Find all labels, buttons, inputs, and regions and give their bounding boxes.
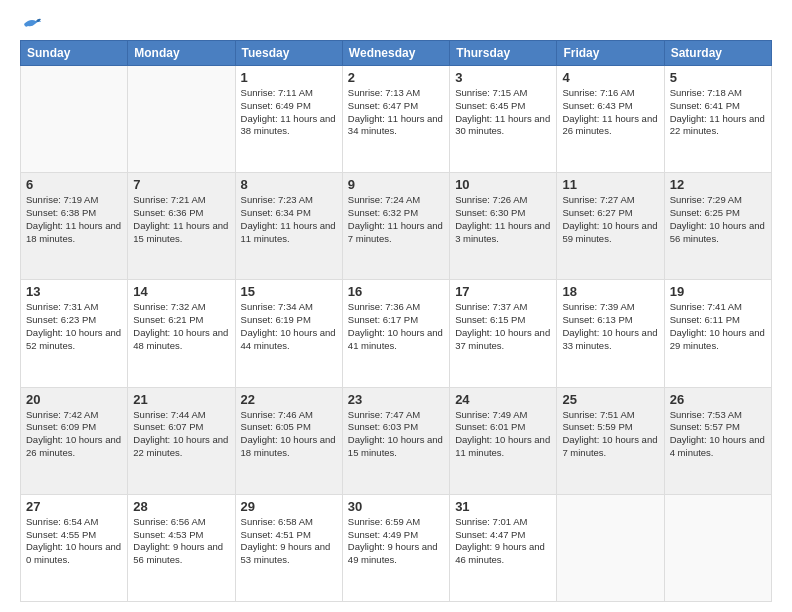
calendar-cell: 19Sunrise: 7:41 AM Sunset: 6:11 PM Dayli…: [664, 280, 771, 387]
day-info: Sunrise: 7:42 AM Sunset: 6:09 PM Dayligh…: [26, 409, 122, 460]
calendar-cell: 9Sunrise: 7:24 AM Sunset: 6:32 PM Daylig…: [342, 173, 449, 280]
day-number: 21: [133, 392, 229, 407]
day-info: Sunrise: 7:46 AM Sunset: 6:05 PM Dayligh…: [241, 409, 337, 460]
calendar-cell: 29Sunrise: 6:58 AM Sunset: 4:51 PM Dayli…: [235, 494, 342, 601]
day-info: Sunrise: 7:31 AM Sunset: 6:23 PM Dayligh…: [26, 301, 122, 352]
day-info: Sunrise: 7:49 AM Sunset: 6:01 PM Dayligh…: [455, 409, 551, 460]
week-row-3: 20Sunrise: 7:42 AM Sunset: 6:09 PM Dayli…: [21, 387, 772, 494]
day-number: 16: [348, 284, 444, 299]
calendar-table: SundayMondayTuesdayWednesdayThursdayFrid…: [20, 40, 772, 602]
logo-bird-icon: [22, 16, 42, 32]
day-number: 25: [562, 392, 658, 407]
day-number: 5: [670, 70, 766, 85]
calendar-cell: 18Sunrise: 7:39 AM Sunset: 6:13 PM Dayli…: [557, 280, 664, 387]
calendar-cell: 20Sunrise: 7:42 AM Sunset: 6:09 PM Dayli…: [21, 387, 128, 494]
weekday-header-tuesday: Tuesday: [235, 41, 342, 66]
day-number: 9: [348, 177, 444, 192]
weekday-header-wednesday: Wednesday: [342, 41, 449, 66]
calendar-cell: [664, 494, 771, 601]
day-number: 27: [26, 499, 122, 514]
calendar-cell: 16Sunrise: 7:36 AM Sunset: 6:17 PM Dayli…: [342, 280, 449, 387]
day-number: 11: [562, 177, 658, 192]
day-info: Sunrise: 7:18 AM Sunset: 6:41 PM Dayligh…: [670, 87, 766, 138]
day-info: Sunrise: 6:54 AM Sunset: 4:55 PM Dayligh…: [26, 516, 122, 567]
calendar-cell: 8Sunrise: 7:23 AM Sunset: 6:34 PM Daylig…: [235, 173, 342, 280]
day-info: Sunrise: 7:13 AM Sunset: 6:47 PM Dayligh…: [348, 87, 444, 138]
calendar-cell: 25Sunrise: 7:51 AM Sunset: 5:59 PM Dayli…: [557, 387, 664, 494]
day-info: Sunrise: 7:44 AM Sunset: 6:07 PM Dayligh…: [133, 409, 229, 460]
logo: [20, 16, 42, 32]
calendar-cell: 1Sunrise: 7:11 AM Sunset: 6:49 PM Daylig…: [235, 66, 342, 173]
calendar-cell: 13Sunrise: 7:31 AM Sunset: 6:23 PM Dayli…: [21, 280, 128, 387]
day-number: 30: [348, 499, 444, 514]
day-info: Sunrise: 7:41 AM Sunset: 6:11 PM Dayligh…: [670, 301, 766, 352]
week-row-2: 13Sunrise: 7:31 AM Sunset: 6:23 PM Dayli…: [21, 280, 772, 387]
weekday-header-thursday: Thursday: [450, 41, 557, 66]
day-info: Sunrise: 6:56 AM Sunset: 4:53 PM Dayligh…: [133, 516, 229, 567]
day-number: 26: [670, 392, 766, 407]
day-info: Sunrise: 7:01 AM Sunset: 4:47 PM Dayligh…: [455, 516, 551, 567]
weekday-header-sunday: Sunday: [21, 41, 128, 66]
calendar-cell: 3Sunrise: 7:15 AM Sunset: 6:45 PM Daylig…: [450, 66, 557, 173]
calendar-cell: 6Sunrise: 7:19 AM Sunset: 6:38 PM Daylig…: [21, 173, 128, 280]
calendar-page: SundayMondayTuesdayWednesdayThursdayFrid…: [0, 0, 792, 612]
calendar-cell: 17Sunrise: 7:37 AM Sunset: 6:15 PM Dayli…: [450, 280, 557, 387]
day-info: Sunrise: 7:23 AM Sunset: 6:34 PM Dayligh…: [241, 194, 337, 245]
day-number: 2: [348, 70, 444, 85]
calendar-cell: 30Sunrise: 6:59 AM Sunset: 4:49 PM Dayli…: [342, 494, 449, 601]
calendar-cell: 21Sunrise: 7:44 AM Sunset: 6:07 PM Dayli…: [128, 387, 235, 494]
day-info: Sunrise: 7:51 AM Sunset: 5:59 PM Dayligh…: [562, 409, 658, 460]
calendar-cell: 27Sunrise: 6:54 AM Sunset: 4:55 PM Dayli…: [21, 494, 128, 601]
week-row-4: 27Sunrise: 6:54 AM Sunset: 4:55 PM Dayli…: [21, 494, 772, 601]
day-info: Sunrise: 7:39 AM Sunset: 6:13 PM Dayligh…: [562, 301, 658, 352]
day-info: Sunrise: 7:34 AM Sunset: 6:19 PM Dayligh…: [241, 301, 337, 352]
calendar-cell: 11Sunrise: 7:27 AM Sunset: 6:27 PM Dayli…: [557, 173, 664, 280]
day-number: 3: [455, 70, 551, 85]
calendar-cell: 10Sunrise: 7:26 AM Sunset: 6:30 PM Dayli…: [450, 173, 557, 280]
day-info: Sunrise: 7:24 AM Sunset: 6:32 PM Dayligh…: [348, 194, 444, 245]
calendar-cell: [128, 66, 235, 173]
day-number: 23: [348, 392, 444, 407]
calendar-cell: 31Sunrise: 7:01 AM Sunset: 4:47 PM Dayli…: [450, 494, 557, 601]
calendar-cell: 28Sunrise: 6:56 AM Sunset: 4:53 PM Dayli…: [128, 494, 235, 601]
day-number: 4: [562, 70, 658, 85]
calendar-cell: 12Sunrise: 7:29 AM Sunset: 6:25 PM Dayli…: [664, 173, 771, 280]
day-number: 13: [26, 284, 122, 299]
weekday-header-monday: Monday: [128, 41, 235, 66]
day-number: 22: [241, 392, 337, 407]
day-info: Sunrise: 6:59 AM Sunset: 4:49 PM Dayligh…: [348, 516, 444, 567]
day-info: Sunrise: 6:58 AM Sunset: 4:51 PM Dayligh…: [241, 516, 337, 567]
day-info: Sunrise: 7:19 AM Sunset: 6:38 PM Dayligh…: [26, 194, 122, 245]
day-info: Sunrise: 7:37 AM Sunset: 6:15 PM Dayligh…: [455, 301, 551, 352]
day-info: Sunrise: 7:36 AM Sunset: 6:17 PM Dayligh…: [348, 301, 444, 352]
day-number: 15: [241, 284, 337, 299]
calendar-cell: 23Sunrise: 7:47 AM Sunset: 6:03 PM Dayli…: [342, 387, 449, 494]
calendar-cell: 14Sunrise: 7:32 AM Sunset: 6:21 PM Dayli…: [128, 280, 235, 387]
day-info: Sunrise: 7:11 AM Sunset: 6:49 PM Dayligh…: [241, 87, 337, 138]
day-info: Sunrise: 7:21 AM Sunset: 6:36 PM Dayligh…: [133, 194, 229, 245]
day-info: Sunrise: 7:29 AM Sunset: 6:25 PM Dayligh…: [670, 194, 766, 245]
calendar-cell: 2Sunrise: 7:13 AM Sunset: 6:47 PM Daylig…: [342, 66, 449, 173]
calendar-cell: 5Sunrise: 7:18 AM Sunset: 6:41 PM Daylig…: [664, 66, 771, 173]
day-info: Sunrise: 7:53 AM Sunset: 5:57 PM Dayligh…: [670, 409, 766, 460]
day-info: Sunrise: 7:27 AM Sunset: 6:27 PM Dayligh…: [562, 194, 658, 245]
day-number: 28: [133, 499, 229, 514]
day-number: 29: [241, 499, 337, 514]
day-info: Sunrise: 7:32 AM Sunset: 6:21 PM Dayligh…: [133, 301, 229, 352]
calendar-cell: [21, 66, 128, 173]
day-number: 6: [26, 177, 122, 192]
week-row-1: 6Sunrise: 7:19 AM Sunset: 6:38 PM Daylig…: [21, 173, 772, 280]
day-info: Sunrise: 7:47 AM Sunset: 6:03 PM Dayligh…: [348, 409, 444, 460]
day-number: 31: [455, 499, 551, 514]
day-number: 12: [670, 177, 766, 192]
calendar-cell: 22Sunrise: 7:46 AM Sunset: 6:05 PM Dayli…: [235, 387, 342, 494]
day-info: Sunrise: 7:15 AM Sunset: 6:45 PM Dayligh…: [455, 87, 551, 138]
weekday-header-row: SundayMondayTuesdayWednesdayThursdayFrid…: [21, 41, 772, 66]
day-number: 20: [26, 392, 122, 407]
day-number: 17: [455, 284, 551, 299]
calendar-cell: 7Sunrise: 7:21 AM Sunset: 6:36 PM Daylig…: [128, 173, 235, 280]
weekday-header-friday: Friday: [557, 41, 664, 66]
week-row-0: 1Sunrise: 7:11 AM Sunset: 6:49 PM Daylig…: [21, 66, 772, 173]
calendar-cell: [557, 494, 664, 601]
day-info: Sunrise: 7:26 AM Sunset: 6:30 PM Dayligh…: [455, 194, 551, 245]
